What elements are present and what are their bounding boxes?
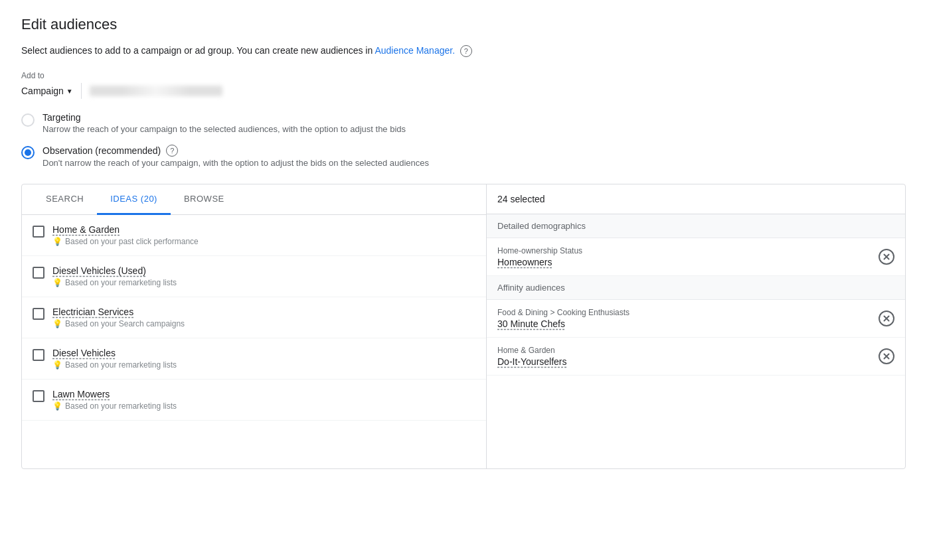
campaign-row: Campaign ▼ (21, 83, 906, 99)
observation-label: Observation (recommended) ? (42, 145, 429, 157)
targeting-radio[interactable] (21, 113, 35, 127)
list-items: Home & Garden 💡 Based on your past click… (22, 215, 486, 468)
remove-button-1-1[interactable] (879, 348, 894, 364)
bulb-icon-2: 💡 (52, 319, 62, 328)
help-icon-subtitle[interactable]: ? (460, 45, 472, 57)
remove-button-1-0[interactable] (879, 311, 894, 326)
item-name-2[interactable]: Electrician Services (52, 307, 185, 317)
page-title: Edit audiences (21, 16, 906, 33)
item-checkbox-4[interactable] (33, 390, 44, 402)
selected-header: 24 selected (487, 184, 905, 214)
tab-browse[interactable]: BROWSE (171, 184, 238, 215)
item-name-1[interactable]: Diesel Vehicles (Used) (52, 265, 177, 276)
main-panel: SEARCH IDEAS (20) BROWSE Home & Garden 💡… (21, 184, 906, 469)
add-to-section: Add to Campaign ▼ (21, 71, 906, 99)
item-checkbox-3[interactable] (33, 349, 44, 361)
list-item[interactable]: Home & Garden 💡 Based on your past click… (22, 215, 486, 256)
group-header-0: Detailed demographics (487, 214, 905, 238)
tabs-row: SEARCH IDEAS (20) BROWSE (22, 184, 486, 215)
list-item[interactable]: Electrician Services 💡 Based on your Sea… (22, 297, 486, 338)
selected-item-name-0-0: Homeowners (497, 257, 582, 267)
item-name-0[interactable]: Home & Garden (52, 224, 199, 235)
audience-manager-link[interactable]: Audience Manager. (375, 45, 455, 56)
bulb-icon-4: 💡 (52, 401, 62, 411)
list-item[interactable]: Lawn Mowers 💡 Based on your remarketing … (22, 380, 486, 421)
item-checkbox-1[interactable] (33, 267, 44, 279)
selected-list: Detailed demographics Home-ownership Sta… (487, 214, 905, 468)
group-header-1: Affinity audiences (487, 276, 905, 300)
radio-section: Targeting Narrow the reach of your campa… (21, 112, 906, 168)
item-checkbox-2[interactable] (33, 308, 44, 320)
selected-item: Food & Dining > Cooking Enthusiasts 30 M… (487, 300, 905, 338)
selected-item-name-1-1: Do-It-Yourselfers (497, 356, 567, 367)
list-item[interactable]: Diesel Vehicles (Used) 💡 Based on your r… (22, 256, 486, 297)
item-name-4[interactable]: Lawn Mowers (52, 389, 177, 399)
selected-item-category-0-0: Home-ownership Status (497, 246, 582, 255)
item-name-3[interactable]: Diesel Vehicles (52, 348, 177, 358)
selected-item-category-1-0: Food & Dining > Cooking Enthusiasts (497, 308, 630, 317)
tab-search[interactable]: SEARCH (33, 184, 97, 215)
observation-desc: Don't narrow the reach of your campaign,… (42, 158, 429, 168)
bulb-icon-1: 💡 (52, 278, 62, 287)
blurred-campaign-name (90, 86, 222, 96)
dropdown-arrow-icon: ▼ (66, 88, 73, 95)
targeting-desc: Narrow the reach of your campaign to the… (42, 124, 406, 134)
bulb-icon-0: 💡 (52, 237, 62, 246)
tab-ideas[interactable]: IDEAS (20) (97, 184, 171, 215)
selected-item: Home-ownership Status Homeowners (487, 238, 905, 276)
left-panel: SEARCH IDEAS (20) BROWSE Home & Garden 💡… (22, 184, 487, 468)
selected-item: Home & Garden Do-It-Yourselfers (487, 338, 905, 376)
vertical-divider (81, 83, 82, 99)
item-checkbox-0[interactable] (33, 226, 44, 238)
observation-radio[interactable] (21, 146, 35, 159)
targeting-label: Targeting (42, 112, 406, 123)
campaign-dropdown[interactable]: Campaign ▼ (21, 86, 73, 96)
right-panel: 24 selected Detailed demographics Home-o… (487, 184, 905, 468)
list-item[interactable]: Diesel Vehicles 💡 Based on your remarket… (22, 338, 486, 380)
help-icon-observation[interactable]: ? (166, 145, 178, 157)
add-to-label: Add to (21, 71, 906, 80)
remove-button-0-0[interactable] (879, 249, 894, 265)
bulb-icon-3: 💡 (52, 360, 62, 370)
selected-item-category-1-1: Home & Garden (497, 346, 567, 355)
subtitle: Select audiences to add to a campaign or… (21, 44, 906, 58)
observation-option[interactable]: Observation (recommended) ? Don't narrow… (21, 145, 906, 168)
targeting-option[interactable]: Targeting Narrow the reach of your campa… (21, 112, 906, 134)
selected-item-name-1-0: 30 Minute Chefs (497, 318, 630, 329)
